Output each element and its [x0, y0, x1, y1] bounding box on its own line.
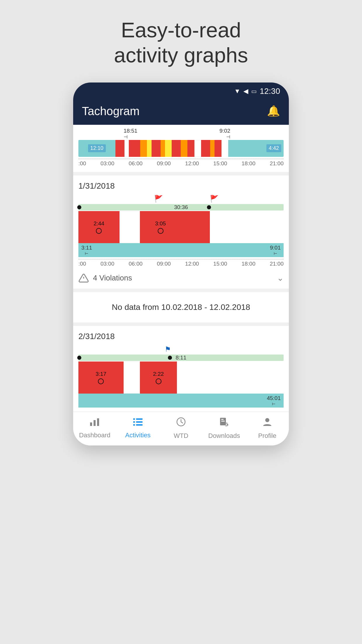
download-icon — [219, 417, 229, 430]
chevron-down-icon[interactable]: ⌄ — [277, 273, 284, 283]
green-band-2: 8:11 — [78, 355, 284, 361]
nav-item-dashboard[interactable]: Dashboard — [73, 417, 116, 439]
list-icon — [133, 417, 143, 429]
scroll-content: 18:51 9:02 ⊣ ⊣ 12:10 — [73, 125, 289, 412]
time-axis-1: :00 03:00 06:00 09:00 12:00 15:00 18:00 … — [78, 159, 284, 168]
date-label-2: 2/31/2018 — [78, 332, 284, 341]
svg-rect-5 — [133, 418, 135, 420]
wifi-icon: ▼ — [234, 87, 240, 95]
nav-label-profile: Profile — [258, 432, 276, 440]
bottom-nav: Dashboard Activities — [73, 412, 289, 445]
nav-label-activities: Activities — [125, 431, 151, 439]
white-gap-1 — [120, 211, 140, 243]
flag-icon-1: 🚩 — [154, 195, 163, 203]
green-band-1: 30:36 — [78, 204, 284, 210]
no-data-card: No data from 10.02.2018 - 12.02.2018 — [73, 292, 289, 322]
person-icon — [262, 417, 273, 430]
green-band-label-1: 30:36 — [174, 204, 188, 210]
edge-dot-left-1 — [77, 205, 81, 209]
status-icons: ▼ ◀ ▭ 12:30 — [234, 87, 280, 96]
svg-rect-7 — [133, 421, 135, 423]
app-header: Tachogram 🔔 — [73, 100, 289, 125]
svg-point-15 — [265, 418, 269, 422]
violations-left: 4 Violations — [78, 273, 132, 283]
date-label-1: 1/31/2018 — [78, 181, 284, 191]
seg-middle — [115, 140, 228, 157]
flag-icon-3: ⚑ — [165, 345, 171, 353]
red-block-1c — [181, 211, 210, 243]
no-data-text: No data from 10.02.2018 - 12.02.2018 — [112, 303, 250, 312]
cyan-full-bottom: 45:01 ⊢ — [78, 394, 284, 408]
white-rest-2 — [177, 362, 284, 394]
nav-label-wtd: WTD — [174, 432, 188, 440]
red-block-1b: 3:05 — [140, 211, 181, 243]
cyan-bottom-1: 3:11 ⊢ 9:01 ⊢ — [78, 243, 284, 257]
cyan-label-left: 12:10 — [88, 144, 106, 152]
violations-text: 4 Violations — [93, 273, 132, 282]
edge-dot-left-2 — [77, 356, 81, 360]
status-time: 12:30 — [260, 87, 280, 96]
top-label-time1: 18:51 — [124, 128, 138, 134]
flags-row-2: ⚑ — [78, 345, 284, 355]
activity-card-1: 1/31/2018 🚩 🚩 30:36 2:44 — [73, 176, 289, 289]
svg-rect-10 — [136, 424, 143, 426]
cyan-label-right: 4:42 — [266, 144, 281, 152]
top-label-time2: 9:02 — [219, 128, 230, 134]
nav-label-dashboard: Dashboard — [79, 431, 110, 439]
seg-cyan-right: 4:42 — [228, 140, 284, 157]
svg-rect-8 — [136, 421, 143, 423]
clock-icon — [176, 417, 186, 430]
svg-rect-14 — [221, 421, 225, 422]
phone-frame: ▼ ◀ ▭ 12:30 Tachogram 🔔 18:51 9:02 ⊣ ⊣ — [73, 83, 289, 445]
svg-rect-13 — [221, 419, 224, 420]
svg-rect-2 — [90, 422, 92, 426]
bell-icon[interactable]: 🔔 — [267, 105, 280, 117]
red-blocks-1: 2:44 3:05 — [78, 211, 284, 243]
partial-chart-card: 18:51 9:02 ⊣ ⊣ 12:10 — [73, 125, 289, 172]
red-blocks-2: 3:17 2:22 — [78, 362, 284, 394]
white-rest — [210, 211, 284, 243]
warning-triangle-icon — [78, 273, 89, 283]
cyan-left-bottom: 3:11 ⊢ — [78, 243, 181, 257]
cyan-right-bottom: 9:01 ⊢ — [181, 243, 284, 257]
svg-rect-6 — [136, 418, 143, 420]
cyan-bottom-2: 45:01 ⊢ — [78, 394, 284, 408]
violations-row[interactable]: 4 Violations ⌄ — [78, 268, 284, 285]
top-label-icon1: ⊣ — [124, 134, 128, 140]
edge-dot-right-1 — [207, 205, 211, 209]
svg-rect-3 — [94, 420, 96, 426]
edge-dot-right-2 — [168, 356, 172, 360]
red-block-1a: 2:44 — [78, 211, 120, 243]
activity-card-2: 2/31/2018 ⚑ 8:11 3:17 2:22 — [73, 326, 289, 412]
flag-icon-2: 🚩 — [210, 195, 219, 203]
bar-chart-icon — [89, 417, 100, 429]
app-name: Tachogram — [82, 105, 140, 118]
svg-rect-9 — [133, 424, 135, 426]
nav-item-profile[interactable]: Profile — [246, 417, 289, 440]
nav-item-downloads[interactable]: Downloads — [203, 417, 246, 440]
nav-item-wtd[interactable]: WTD — [159, 417, 203, 440]
white-gap-2 — [124, 362, 140, 394]
flags-row-1: 🚩 🚩 — [78, 195, 284, 204]
red-block-2a: 3:17 — [78, 362, 124, 394]
nav-label-downloads: Downloads — [208, 432, 240, 440]
nav-item-activities[interactable]: Activities — [116, 417, 159, 439]
seg-cyan-left: 12:10 — [78, 140, 115, 157]
signal-icon: ◀ — [243, 87, 248, 95]
battery-icon: ▭ — [251, 88, 257, 95]
page-title: Easy-to-read activity graphs — [114, 17, 248, 68]
svg-rect-4 — [97, 418, 99, 426]
status-bar: ▼ ◀ ▭ 12:30 — [73, 83, 289, 100]
green-band-label-2: 8:11 — [176, 355, 187, 361]
red-block-2b: 2:22 — [140, 362, 177, 394]
time-axis-2: :00 03:00 06:00 09:00 12:00 15:00 18:00 … — [78, 259, 284, 268]
top-label-icon2: ⊣ — [226, 134, 230, 140]
